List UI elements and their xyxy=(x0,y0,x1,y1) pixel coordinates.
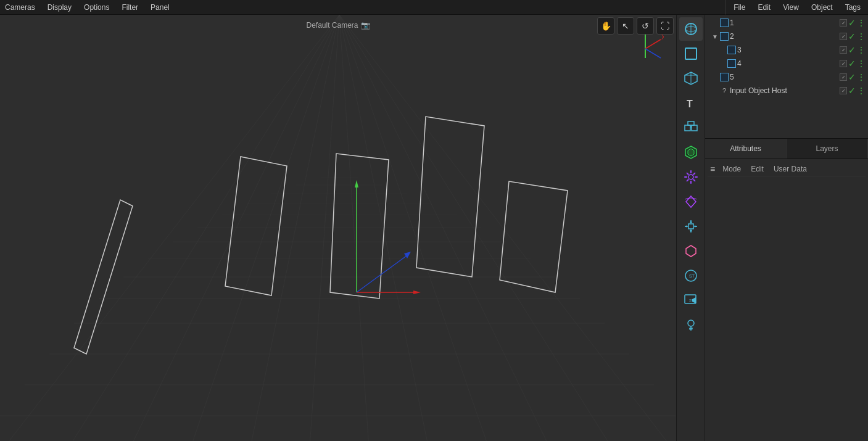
scene-object-3[interactable]: 3 ✓ ✓ ⋮ xyxy=(705,43,868,57)
hand-tool-icon[interactable]: ✋ xyxy=(597,17,614,35)
active-check-1[interactable]: ✓ xyxy=(848,18,856,28)
object-name-3: 3 xyxy=(737,46,838,54)
active-check-4[interactable]: ✓ xyxy=(848,59,856,68)
attr-menu-userdata[interactable]: User Data xyxy=(771,163,809,175)
hamburger-icon[interactable]: ≡ xyxy=(710,164,715,174)
svg-text:ST: ST xyxy=(689,327,693,331)
svg-line-18 xyxy=(123,15,339,441)
viewport-tools: ✋ ↖ ↺ ⛶ xyxy=(595,15,676,37)
tab-layers[interactable]: Layers xyxy=(787,139,868,159)
expand-icon-5 xyxy=(711,73,719,81)
menu-file[interactable]: File xyxy=(731,2,748,13)
selection-icon[interactable] xyxy=(679,42,703,65)
camera-icon: 📷 xyxy=(361,21,370,30)
text-tool-icon[interactable]: T xyxy=(679,91,703,115)
svg-rect-52 xyxy=(692,125,697,131)
object-name-4: 4 xyxy=(737,59,838,68)
object-icon-5 xyxy=(720,73,729,81)
render-settings-icon[interactable]: ST xyxy=(679,289,703,312)
object-checks-5: ✓ ✓ ⋮ xyxy=(840,72,866,82)
viewport-grid xyxy=(0,15,676,441)
vis-check-1[interactable]: ✓ xyxy=(840,19,847,27)
transform-group-icon[interactable] xyxy=(679,116,703,139)
svg-line-24 xyxy=(339,15,494,441)
scene-object-2[interactable]: ▼ 2 ✓ ✓ ⋮ xyxy=(705,30,868,43)
svg-marker-31 xyxy=(416,117,484,277)
viewport[interactable]: Default Camera 📷 Y X ✋ ↖ ↺ ⛶ xyxy=(0,15,676,441)
cube-icon[interactable] xyxy=(679,67,703,90)
light-icon[interactable]: ST xyxy=(679,313,703,337)
expand-icon-4 xyxy=(719,60,726,67)
vis-check-2[interactable]: ✓ xyxy=(840,33,847,40)
scene-manager-icon[interactable]: ST xyxy=(679,264,703,287)
menu-tags[interactable]: Tags xyxy=(843,2,863,13)
active-check-host[interactable]: ✓ xyxy=(848,86,856,96)
svg-point-65 xyxy=(688,320,694,326)
svg-line-19 xyxy=(185,15,339,441)
svg-line-16 xyxy=(0,15,339,441)
scene-object-4[interactable]: 4 ✓ ✓ ⋮ xyxy=(705,57,868,70)
object-checks-1: ✓ ✓ ⋮ xyxy=(840,18,866,28)
object-mode-icon[interactable] xyxy=(679,17,703,41)
right-panel: T xyxy=(676,15,868,441)
object-name-host: Input Object Host xyxy=(730,86,838,95)
camera-label: Default Camera 📷 xyxy=(306,21,370,30)
menu-display[interactable]: Display xyxy=(45,2,74,13)
active-check-3[interactable]: ✓ xyxy=(848,45,856,55)
scene-object-5[interactable]: 5 ✓ ✓ ⋮ xyxy=(705,70,868,84)
dots-2: ⋮ xyxy=(857,31,866,41)
deformer-icon[interactable] xyxy=(679,165,703,189)
svg-rect-47 xyxy=(685,48,696,59)
menu-view[interactable]: View xyxy=(780,2,801,13)
menu-object[interactable]: Object xyxy=(809,2,835,13)
object-icon-4 xyxy=(727,59,736,68)
vis-check-5[interactable]: ✓ xyxy=(840,73,847,81)
attr-menu-edit[interactable]: Edit xyxy=(748,163,766,175)
vis-check-3[interactable]: ✓ xyxy=(840,46,847,54)
svg-line-26 xyxy=(339,15,617,441)
scene-object-host[interactable]: ? Input Object Host ✓ ✓ ⋮ xyxy=(705,84,868,97)
expand-icon-host xyxy=(711,87,719,94)
object-icon-host: ? xyxy=(720,86,729,95)
object-icon-3 xyxy=(727,46,736,54)
scene-object-1[interactable]: 1 ✓ ✓ ⋮ xyxy=(705,16,868,30)
svg-marker-56 xyxy=(688,149,694,156)
icon-sidebar: T xyxy=(676,15,705,441)
panel-tabs: Attributes Layers xyxy=(705,138,868,159)
svg-line-21 xyxy=(308,15,339,441)
dots-3: ⋮ xyxy=(857,45,866,55)
menu-panel[interactable]: Panel xyxy=(148,2,172,13)
cursor-tool-icon[interactable]: ↖ xyxy=(617,17,634,35)
active-check-2[interactable]: ✓ xyxy=(848,31,856,41)
dots-5: ⋮ xyxy=(857,72,866,82)
menu-cameras[interactable]: Cameras xyxy=(2,2,38,13)
maximize-tool-icon[interactable]: ⛶ xyxy=(656,17,674,35)
svg-rect-53 xyxy=(688,122,694,125)
null-icon[interactable] xyxy=(679,239,703,263)
svg-point-57 xyxy=(688,175,693,179)
reset-tool-icon[interactable]: ↺ xyxy=(637,17,654,35)
object-checks-3: ✓ ✓ ⋮ xyxy=(840,45,866,55)
tab-attributes[interactable]: Attributes xyxy=(705,139,787,159)
attr-menu-mode[interactable]: Mode xyxy=(720,163,743,175)
generator-icon[interactable] xyxy=(679,141,703,164)
object-name-2: 2 xyxy=(730,32,838,41)
move-icon[interactable] xyxy=(679,215,703,238)
svg-marker-34 xyxy=(355,180,358,188)
svg-rect-51 xyxy=(685,125,690,131)
expand-icon-2[interactable]: ▼ xyxy=(711,33,719,40)
object-name-1: 1 xyxy=(730,19,838,27)
expand-icon-1 xyxy=(711,19,719,27)
vis-check-host[interactable]: ✓ xyxy=(840,87,847,94)
menu-filter[interactable]: Filter xyxy=(119,2,141,13)
spline-icon[interactable] xyxy=(679,190,703,213)
svg-line-27 xyxy=(339,15,676,441)
menu-edit[interactable]: Edit xyxy=(755,2,773,13)
svg-text:ST: ST xyxy=(689,274,695,278)
object-icon-2 xyxy=(720,32,729,41)
vis-check-4[interactable]: ✓ xyxy=(840,60,847,67)
object-name-5: 5 xyxy=(730,73,838,81)
svg-marker-36 xyxy=(413,291,421,294)
active-check-5[interactable]: ✓ xyxy=(848,72,856,82)
menu-options[interactable]: Options xyxy=(81,2,112,13)
